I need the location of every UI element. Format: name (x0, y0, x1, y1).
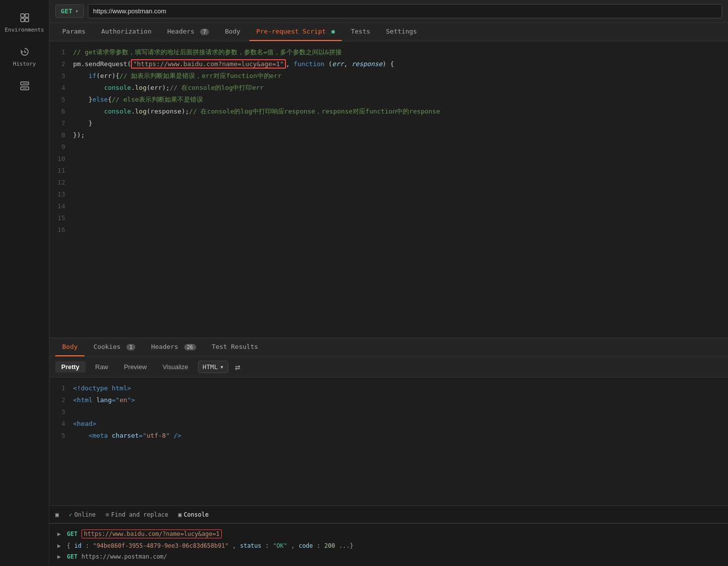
tab-settings[interactable]: Settings (379, 23, 424, 41)
response-code[interactable]: 1 <!doctype html> 2 <html lang="en"> 3 4… (49, 377, 728, 505)
tab-params-label: Params (62, 28, 85, 35)
find-replace-label: Find and replace (111, 511, 168, 518)
request-tabs: Params Authorization Headers 7 Body Pre-… (49, 23, 728, 41)
console-btn[interactable]: ▣ Console (178, 511, 209, 518)
response-tab-testresults[interactable]: Test Results (205, 338, 265, 356)
sidebar: Environments History (0, 0, 49, 566)
tab-prerequest-label: Pre-request Script (256, 28, 326, 35)
response-tabs: Body Cookies 1 Headers 26 Test Results (49, 338, 728, 357)
sidebar-item-history[interactable]: History (0, 39, 49, 73)
console-url-highlighted: https://www.baidu.com/?name=lucy&age=1 (81, 529, 222, 538)
tab-tests[interactable]: Tests (344, 23, 377, 41)
url-bar: GET ▾ (49, 0, 728, 23)
response-tab-body-label: Body (62, 343, 78, 350)
code-line-11: 11 (49, 165, 728, 177)
wrap-icon[interactable]: ⇄ (232, 362, 243, 372)
environments-icon (18, 11, 32, 25)
code-line-9: 9 (49, 141, 728, 153)
code-line-13: 13 (49, 189, 728, 200)
code-line-1: 1 // get请求带参数，填写请求的地址后面拼接请求的参数，参数名=值，多个参… (49, 46, 728, 58)
tab-authorization-label: Authorization (101, 28, 152, 35)
console-obj-key-code: code (299, 542, 313, 549)
code-line-8: 8 }); (49, 129, 728, 141)
tab-headers[interactable]: Headers 7 (161, 23, 216, 41)
preview-button[interactable]: Preview (118, 361, 153, 373)
response-tab-headers[interactable]: Headers 26 (144, 338, 203, 356)
history-icon (18, 45, 32, 59)
code-line-10: 10 (49, 153, 728, 165)
code-line-16: 16 (49, 224, 728, 236)
find-replace-btn[interactable]: ⊙ Find and replace (106, 511, 168, 518)
prerequest-dot-icon (331, 30, 335, 34)
code-line-3: 3 if(err){// 如表示判断如果是错误，err对应function中的e… (49, 70, 728, 82)
console-arrow-1: ▶ (57, 530, 61, 537)
tab-tests-label: Tests (351, 28, 370, 35)
svg-rect-1 (25, 14, 29, 17)
console-obj-val-status: "OK" (273, 542, 287, 549)
console-obj-key-status: status (240, 542, 261, 549)
tab-prerequest[interactable]: Pre-request Script (249, 23, 342, 41)
console-row-2: ▶ { id : "94be860f-3955-4879-9ee3-06c83d… (49, 540, 728, 551)
tab-params[interactable]: Params (55, 23, 92, 41)
console-row-1: ▶ GET https://www.baidu.com/?name=lucy&a… (49, 528, 728, 540)
method-arrow-icon: ▾ (75, 8, 78, 14)
format-label: HTML (202, 363, 218, 371)
pretty-button[interactable]: Pretty (55, 361, 85, 373)
layout-icon-btn[interactable]: ▣ (55, 511, 59, 518)
code-editor[interactable]: 1 // get请求带参数，填写请求的地址后面拼接请求的参数，参数名=值，多个参… (49, 41, 728, 338)
tab-headers-label: Headers (167, 28, 195, 35)
response-tab-headers-label: Headers (151, 343, 178, 350)
tab-settings-label: Settings (386, 28, 417, 35)
environments-label: Environments (5, 27, 44, 33)
raw-button[interactable]: Raw (89, 361, 114, 373)
online-status[interactable]: ✓ Online (69, 511, 96, 518)
method-label: GET (61, 7, 72, 15)
console-arrow-2: ▶ (57, 542, 61, 549)
online-label: Online (74, 511, 95, 518)
svg-rect-2 (21, 18, 24, 22)
resp-line-1: 1 <!doctype html> (49, 382, 728, 394)
resp-line-5: 5 <meta charset="utf-8" /> (49, 430, 728, 442)
collections-icon (18, 79, 32, 93)
url-input[interactable] (88, 4, 722, 18)
response-tab-body[interactable]: Body (55, 338, 84, 356)
code-line-6: 6 console.log(response);// 在console的log中… (49, 106, 728, 117)
headers-badge: 26 (184, 344, 196, 350)
tab-body[interactable]: Body (218, 23, 247, 41)
layout-icon: ▣ (55, 511, 59, 518)
method-select[interactable]: GET ▾ (55, 4, 84, 18)
find-replace-icon: ⊙ (106, 511, 109, 518)
response-tab-cookies[interactable]: Cookies 1 (86, 338, 142, 356)
response-tab-testresults-label: Test Results (212, 343, 258, 350)
response-tab-cookies-label: Cookies (93, 343, 121, 350)
main-panel: GET ▾ Params Authorization Headers 7 Bod… (49, 0, 728, 566)
console-section: ▶ GET https://www.baidu.com/?name=lucy&a… (49, 523, 728, 566)
format-select[interactable]: HTML ▾ (198, 361, 228, 373)
sidebar-item-environments[interactable]: Environments (0, 5, 49, 39)
console-row-3: ▶ GET https://www.postman.com/ (49, 551, 728, 562)
console-obj-val-id: "94be860f-3955-4879-9ee3-06c83d658b91" (93, 542, 229, 549)
console-label: Console (184, 511, 209, 518)
tab-headers-badge: 7 (200, 29, 209, 35)
svg-rect-3 (25, 18, 29, 22)
code-line-7: 7 } (49, 117, 728, 129)
console-obj-key-id: id (74, 542, 81, 549)
console-url-plain: https://www.postman.com/ (81, 553, 167, 560)
status-bar: ▣ ✓ Online ⊙ Find and replace ▣ Console (49, 505, 728, 523)
tab-body-label: Body (225, 28, 240, 35)
code-line-15: 15 (49, 212, 728, 224)
tab-authorization[interactable]: Authorization (94, 23, 159, 41)
console-arrow-3: ▶ (57, 553, 61, 560)
resp-line-2: 2 <html lang="en"> (49, 394, 728, 406)
code-line-12: 12 (49, 177, 728, 189)
code-line-5: 5 }else{// else表示判断如果不是错误 (49, 94, 728, 106)
online-check-icon: ✓ (69, 511, 72, 518)
console-method-3: GET (67, 553, 78, 560)
sidebar-item-collections[interactable] (0, 73, 49, 101)
resp-line-4: 4 <head> (49, 418, 728, 430)
visualize-button[interactable]: Visualize (157, 361, 194, 373)
response-content: Pretty Raw Preview Visualize HTML ▾ ⇄ 1 … (49, 357, 728, 505)
pretty-bar: Pretty Raw Preview Visualize HTML ▾ ⇄ (49, 357, 728, 377)
console-obj-val-code: 200 (324, 542, 335, 549)
code-line-4: 4 console.log(err);// 在console的log中打印err (49, 82, 728, 94)
